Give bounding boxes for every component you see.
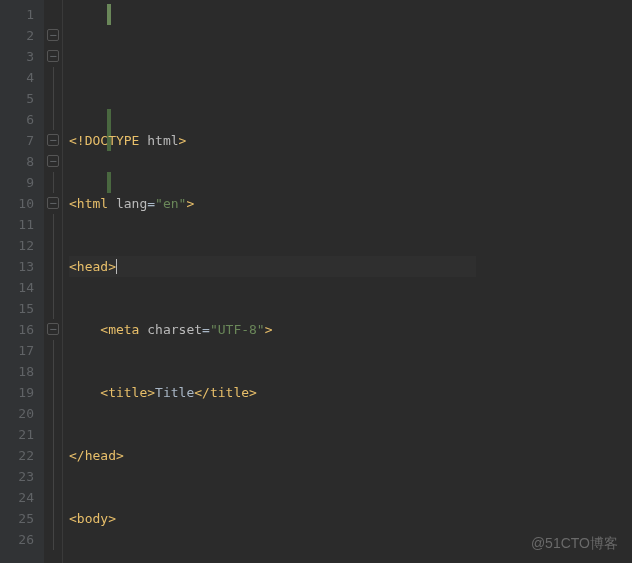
- line-number: 7: [0, 130, 34, 151]
- line-number: 11: [0, 214, 34, 235]
- line-number: 12: [0, 235, 34, 256]
- line-number: 26: [0, 529, 34, 550]
- line-number: 5: [0, 88, 34, 109]
- line-number: 9: [0, 172, 34, 193]
- line-number: 18: [0, 361, 34, 382]
- fold-toggle-icon[interactable]: [44, 151, 62, 172]
- line-number: 25: [0, 508, 34, 529]
- code-area[interactable]: <!DOCTYPE html> <html lang="en"> <head> …: [63, 0, 476, 563]
- line-number: 13: [0, 256, 34, 277]
- fold-gutter: [44, 0, 63, 563]
- code-line[interactable]: <title>Title</title>: [69, 382, 476, 403]
- line-number: 8: [0, 151, 34, 172]
- code-line[interactable]: <meta charset="UTF-8">: [69, 319, 476, 340]
- line-number: 17: [0, 340, 34, 361]
- fold-toggle-icon[interactable]: [44, 130, 62, 151]
- code-line[interactable]: <html lang="en">: [69, 193, 476, 214]
- line-number: 6: [0, 109, 34, 130]
- code-editor[interactable]: 1 2 3 4 5 6 7 8 9 10 11 12 13 14 15 16 1…: [0, 0, 632, 563]
- line-number: 19: [0, 382, 34, 403]
- change-marker: [107, 172, 111, 193]
- line-number: 10: [0, 193, 34, 214]
- fold-toggle-icon[interactable]: [44, 46, 62, 67]
- code-line[interactable]: <body>: [69, 508, 476, 529]
- fold-toggle-icon[interactable]: [44, 193, 62, 214]
- line-number: 20: [0, 403, 34, 424]
- line-number: 23: [0, 466, 34, 487]
- line-number: 2: [0, 25, 34, 46]
- line-number: 21: [0, 424, 34, 445]
- line-number: 3: [0, 46, 34, 67]
- code-line[interactable]: </head>: [69, 445, 476, 466]
- fold-toggle-icon[interactable]: [44, 25, 62, 46]
- code-line[interactable]: <!DOCTYPE html>: [69, 130, 476, 151]
- watermark: @51CTO博客: [531, 535, 618, 553]
- line-number: 4: [0, 67, 34, 88]
- line-number: 1: [0, 4, 34, 25]
- line-number: 16: [0, 319, 34, 340]
- line-number: 15: [0, 298, 34, 319]
- code-line-active[interactable]: <head>: [69, 256, 476, 277]
- line-number: 22: [0, 445, 34, 466]
- line-number: 14: [0, 277, 34, 298]
- line-number-gutter: 1 2 3 4 5 6 7 8 9 10 11 12 13 14 15 16 1…: [0, 0, 44, 563]
- line-number: 24: [0, 487, 34, 508]
- fold-toggle-icon[interactable]: [44, 319, 62, 340]
- change-marker: [107, 4, 111, 25]
